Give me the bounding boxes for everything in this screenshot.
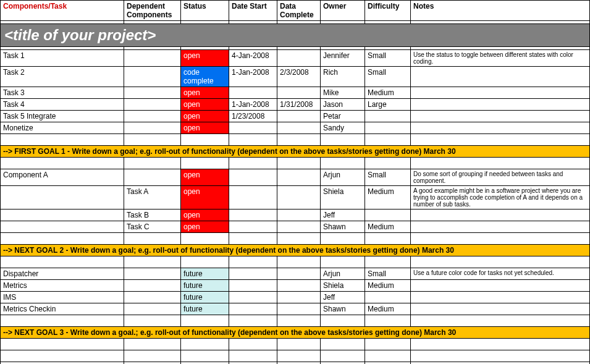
empty-cell[interactable] bbox=[1, 315, 124, 327]
owner-cell[interactable]: Shiela bbox=[321, 280, 365, 292]
status-cell[interactable]: open bbox=[181, 186, 229, 210]
complete-cell[interactable] bbox=[277, 111, 321, 122]
empty-cell[interactable] bbox=[321, 134, 365, 146]
empty-cell[interactable] bbox=[124, 158, 181, 169]
empty-cell[interactable] bbox=[181, 315, 229, 327]
difficulty-cell[interactable]: Small bbox=[365, 50, 411, 67]
empty-cell[interactable] bbox=[1, 233, 124, 245]
header-difficulty[interactable]: Difficulty bbox=[365, 1, 411, 21]
empty-cell[interactable] bbox=[181, 256, 229, 268]
difficulty-cell[interactable] bbox=[365, 210, 411, 221]
difficulty-cell[interactable]: Medium bbox=[365, 280, 411, 292]
empty-cell[interactable] bbox=[277, 158, 321, 169]
notes-cell[interactable] bbox=[411, 111, 590, 122]
complete-cell[interactable] bbox=[277, 210, 321, 221]
empty-cell[interactable] bbox=[181, 233, 229, 245]
status-cell[interactable]: open bbox=[181, 87, 229, 99]
start-cell[interactable]: 1/23/2008 bbox=[229, 111, 277, 122]
complete-cell[interactable] bbox=[277, 122, 321, 134]
empty-cell[interactable] bbox=[411, 233, 590, 245]
dependent-cell[interactable]: Task B bbox=[124, 210, 181, 221]
status-cell[interactable]: code complete bbox=[181, 67, 229, 87]
complete-cell[interactable]: 2/3/2008 bbox=[277, 67, 321, 87]
empty-cell[interactable] bbox=[181, 350, 229, 362]
task-cell[interactable] bbox=[1, 186, 124, 210]
empty-cell[interactable] bbox=[124, 315, 181, 327]
header-dependent[interactable]: Dependent Components bbox=[124, 1, 181, 21]
start-cell[interactable] bbox=[229, 122, 277, 134]
complete-cell[interactable] bbox=[277, 280, 321, 292]
start-cell[interactable]: 4-Jan-2008 bbox=[229, 50, 277, 67]
owner-cell[interactable]: Mike bbox=[321, 87, 365, 99]
owner-cell[interactable]: Jennifer bbox=[321, 50, 365, 67]
notes-cell[interactable] bbox=[411, 87, 590, 99]
dependent-cell[interactable] bbox=[124, 122, 181, 134]
task-cell[interactable]: IMS bbox=[1, 292, 124, 303]
status-cell[interactable]: open bbox=[181, 50, 229, 67]
owner-cell[interactable]: Arjun bbox=[321, 268, 365, 280]
empty-cell[interactable] bbox=[411, 315, 590, 327]
empty-cell[interactable] bbox=[229, 256, 277, 268]
empty-cell[interactable] bbox=[321, 315, 365, 327]
start-cell[interactable]: 1-Jan-2008 bbox=[229, 99, 277, 111]
notes-cell[interactable] bbox=[411, 280, 590, 292]
empty-cell[interactable] bbox=[365, 134, 411, 146]
empty-cell[interactable] bbox=[321, 233, 365, 245]
empty-cell[interactable] bbox=[229, 315, 277, 327]
empty-cell[interactable] bbox=[411, 134, 590, 146]
empty-cell[interactable] bbox=[277, 233, 321, 245]
notes-cell[interactable] bbox=[411, 99, 590, 111]
difficulty-cell[interactable]: Medium bbox=[365, 186, 411, 210]
task-cell[interactable]: Task 4 bbox=[1, 99, 124, 111]
task-cell[interactable]: Component A bbox=[1, 169, 124, 186]
empty-cell[interactable] bbox=[365, 350, 411, 362]
empty-cell[interactable] bbox=[365, 158, 411, 169]
empty-cell[interactable] bbox=[181, 134, 229, 146]
empty-cell[interactable] bbox=[411, 256, 590, 268]
empty-cell[interactable] bbox=[321, 158, 365, 169]
notes-cell[interactable]: Use the status to toggle between differe… bbox=[411, 50, 590, 67]
empty-cell[interactable] bbox=[124, 350, 181, 362]
difficulty-cell[interactable] bbox=[365, 292, 411, 303]
empty-cell[interactable] bbox=[277, 339, 321, 350]
complete-cell[interactable] bbox=[277, 268, 321, 280]
difficulty-cell[interactable]: Medium bbox=[365, 221, 411, 233]
empty-cell[interactable] bbox=[124, 339, 181, 350]
dependent-cell[interactable]: Task A bbox=[124, 186, 181, 210]
dependent-cell[interactable] bbox=[124, 67, 181, 87]
notes-cell[interactable] bbox=[411, 303, 590, 315]
empty-cell[interactable] bbox=[1, 362, 124, 365]
status-cell[interactable]: open bbox=[181, 122, 229, 134]
start-cell[interactable] bbox=[229, 292, 277, 303]
project-title[interactable]: <title of your project> bbox=[1, 24, 590, 47]
status-cell[interactable]: open bbox=[181, 221, 229, 233]
status-cell[interactable]: future bbox=[181, 280, 229, 292]
notes-cell[interactable] bbox=[411, 210, 590, 221]
start-cell[interactable] bbox=[229, 268, 277, 280]
difficulty-cell[interactable]: Medium bbox=[365, 87, 411, 99]
dependent-cell[interactable]: Task C bbox=[124, 221, 181, 233]
task-cell[interactable]: Task 5 Integrate bbox=[1, 111, 124, 122]
task-cell[interactable]: Task 2 bbox=[1, 67, 124, 87]
empty-cell[interactable] bbox=[365, 233, 411, 245]
complete-cell[interactable] bbox=[277, 303, 321, 315]
dependent-cell[interactable] bbox=[124, 268, 181, 280]
owner-cell[interactable]: Jeff bbox=[321, 292, 365, 303]
empty-cell[interactable] bbox=[1, 134, 124, 146]
dependent-cell[interactable] bbox=[124, 50, 181, 67]
goal-1-row-text[interactable]: --> FIRST GOAL 1 - Write down a goal; e.… bbox=[1, 146, 590, 158]
owner-cell[interactable]: Jeff bbox=[321, 210, 365, 221]
dependent-cell[interactable] bbox=[124, 111, 181, 122]
dependent-cell[interactable] bbox=[124, 280, 181, 292]
start-cell[interactable] bbox=[229, 210, 277, 221]
notes-cell[interactable]: Use a future color code for tasks not ye… bbox=[411, 268, 590, 280]
start-cell[interactable] bbox=[229, 221, 277, 233]
notes-cell[interactable] bbox=[411, 67, 590, 87]
empty-cell[interactable] bbox=[229, 350, 277, 362]
empty-cell[interactable] bbox=[181, 362, 229, 365]
difficulty-cell[interactable]: Large bbox=[365, 99, 411, 111]
complete-cell[interactable] bbox=[277, 87, 321, 99]
owner-cell[interactable]: Shawn bbox=[321, 303, 365, 315]
empty-cell[interactable] bbox=[411, 339, 590, 350]
empty-cell[interactable] bbox=[365, 256, 411, 268]
